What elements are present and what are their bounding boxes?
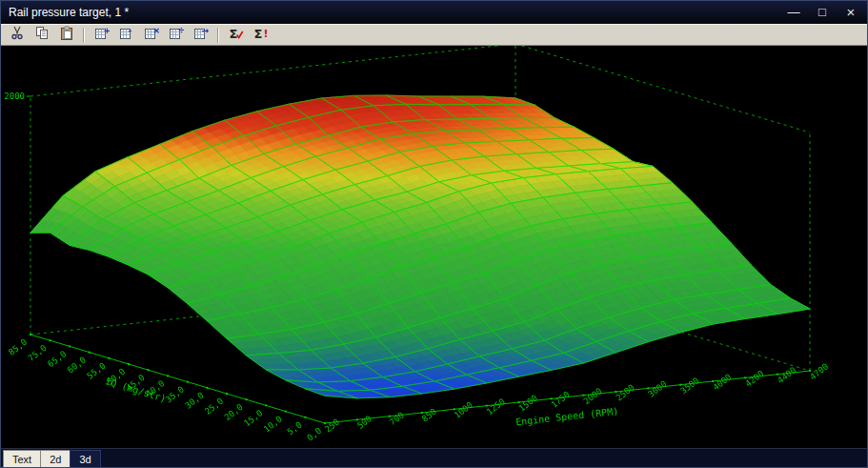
- copy-button[interactable]: [30, 25, 53, 46]
- minimize-button[interactable]: —: [783, 4, 804, 21]
- sigma-check-icon: Σ: [229, 26, 244, 45]
- svg-text:×: ×: [152, 26, 159, 35]
- titlebar[interactable]: Rail pressure target, 1 * — □ ×: [1, 1, 867, 24]
- window-controls: — □ ×: [783, 4, 867, 21]
- tab-2d[interactable]: 2d: [40, 450, 71, 467]
- tab-3d[interactable]: 3d: [70, 450, 100, 467]
- svg-text:Σ: Σ: [253, 27, 262, 41]
- rail-pressure-3d-surface-chart[interactable]: [1, 46, 867, 448]
- sigma-warning-icon: Σ!: [253, 26, 269, 45]
- window-title: Rail pressure target, 1 *: [9, 6, 783, 19]
- paste-icon: [59, 26, 74, 45]
- app-window: Rail pressure target, 1 * — □ × + - × ÷ …: [0, 0, 868, 468]
- cut-icon: [10, 26, 25, 45]
- svg-text:÷: ÷: [177, 26, 184, 35]
- map-transfer-icon: →: [193, 26, 209, 45]
- map-subtract-button[interactable]: -: [114, 25, 138, 46]
- tab-text[interactable]: Text: [3, 450, 41, 467]
- map-transfer-button[interactable]: →: [189, 25, 212, 46]
- svg-text:-: -: [128, 26, 131, 35]
- maximize-button[interactable]: □: [812, 4, 833, 21]
- map-divide-icon: ÷: [169, 26, 184, 45]
- map-subtract-icon: -: [119, 26, 134, 45]
- map-multiply-icon: ×: [144, 26, 159, 45]
- copy-icon: [34, 26, 50, 45]
- svg-text:→: →: [201, 26, 209, 35]
- map-multiply-button[interactable]: ×: [139, 25, 163, 46]
- cut-button[interactable]: [5, 25, 29, 46]
- svg-text:+: +: [103, 26, 110, 35]
- sigma-check-button[interactable]: Σ: [224, 25, 248, 46]
- sigma-warning-button[interactable]: Σ!: [249, 25, 273, 46]
- toolbar-separator: [217, 28, 219, 43]
- map-divide-button[interactable]: ÷: [164, 25, 188, 46]
- toolbar: + - × ÷ → Σ Σ!: [1, 24, 867, 46]
- close-button[interactable]: ×: [840, 4, 861, 21]
- map-add-button[interactable]: +: [90, 25, 113, 46]
- paste-button[interactable]: [54, 25, 78, 46]
- map-add-icon: +: [94, 26, 110, 45]
- toolbar-separator: [83, 28, 85, 43]
- view-tabs-bar: Text 2d 3d: [1, 448, 867, 467]
- svg-text:Σ: Σ: [229, 27, 237, 41]
- plot-area[interactable]: [1, 46, 867, 448]
- svg-text:!: !: [263, 28, 268, 40]
